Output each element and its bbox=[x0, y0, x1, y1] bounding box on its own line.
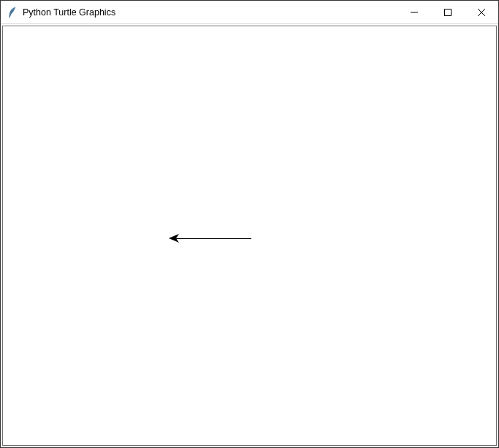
maximize-icon bbox=[444, 9, 452, 16]
turtle-canvas bbox=[2, 26, 497, 446]
svg-marker-5 bbox=[169, 234, 179, 243]
titlebar: Python Turtle Graphics bbox=[1, 1, 498, 24]
drawn-line bbox=[172, 238, 251, 239]
svg-rect-2 bbox=[445, 9, 452, 15]
maximize-button[interactable] bbox=[431, 1, 465, 23]
window-controls bbox=[397, 1, 498, 23]
close-button[interactable] bbox=[465, 1, 498, 23]
minimize-button[interactable] bbox=[397, 1, 431, 23]
canvas-container bbox=[1, 24, 498, 447]
window-title: Python Turtle Graphics bbox=[23, 7, 397, 18]
close-icon bbox=[478, 9, 485, 16]
minimize-icon bbox=[411, 9, 418, 16]
feather-icon bbox=[7, 7, 18, 18]
